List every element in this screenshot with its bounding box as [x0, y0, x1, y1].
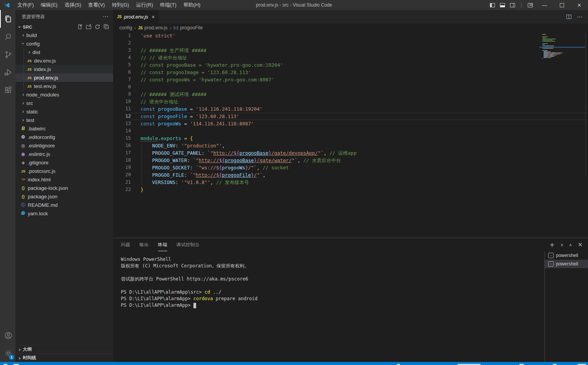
tree-item-readme-md[interactable]: ⓘREADME.md [15, 201, 113, 209]
new-terminal-icon[interactable]: + [549, 241, 554, 248]
activitybar-account[interactable] [0, 326, 15, 344]
token: , [324, 150, 329, 156]
close-button[interactable]: ✕ [571, 0, 588, 10]
close-panel-icon[interactable]: × [578, 241, 583, 248]
line-content: 'use strict' [131, 32, 588, 39]
activitybar-source-control[interactable] [0, 46, 15, 63]
section-时间线[interactable]: ›时间线 [15, 353, 113, 362]
panel-tab-终端[interactable]: 终端 [158, 238, 167, 251]
line-content: VERSIONS: '"V1.0.8"', // 发布版本号 [131, 179, 588, 186]
token: } [254, 157, 257, 163]
editor-group: JS prod.env.js × ⋯ config›JSprod.env.js›… [113, 10, 588, 362]
token: /gate/devopsApp/ [271, 150, 318, 156]
panel-tab-调试控制台[interactable]: 调试控制台 [176, 238, 200, 251]
code-editor[interactable]: 1'use strict'23// ###### 生产环境 #####4// /… [113, 32, 588, 238]
breadcrumb-item-progoofile[interactable]: progooFile [173, 25, 203, 30]
line-content [131, 83, 588, 91]
toggle-panel-icon[interactable] [500, 3, 505, 7]
line-content: const progooWs = '114.116.241.118:8087' [131, 120, 588, 127]
menu-item-终端-t[interactable]: 终端(T) [156, 0, 180, 10]
tree-item-eslintrc-js[interactable]: ◉.eslintrc.js [15, 150, 113, 158]
status-bar[interactable] [0, 362, 588, 365]
tree-item-babelrc[interactable]: B.babelrc [15, 124, 113, 133]
code-lines: 1'use strict'23// ###### 生产环境 #####4// /… [113, 32, 588, 193]
minimap[interactable] [542, 34, 576, 59]
minimap-line [542, 34, 576, 35]
panel-tab-输出[interactable]: 输出 [139, 238, 149, 251]
tree-item-config[interactable]: ›config [15, 39, 113, 48]
tree-item-prod-env-js[interactable]: JSprod.env.js [15, 73, 113, 82]
tree-item-label: index.html [28, 177, 51, 182]
menu-item-查看-v[interactable]: 查看(V) [85, 0, 108, 10]
split-editor-icon[interactable] [566, 15, 571, 19]
menu-item-帮助-h[interactable]: 帮助(H) [180, 0, 204, 10]
menu-item-编辑-e[interactable]: 编辑(E) [37, 0, 61, 10]
tree-item-dev-env-js[interactable]: JSdev.env.js [15, 56, 113, 65]
tree-item-label: .gitignore [28, 160, 48, 166]
tree-item-editorconfig[interactable]: ⚙.editorconfig [15, 133, 113, 141]
activitybar-explorer[interactable] [0, 10, 15, 28]
new-file-icon[interactable] [77, 24, 83, 30]
editor-more-icon[interactable]: ⋯ [577, 14, 583, 20]
close-tab-icon[interactable]: × [152, 14, 155, 20]
token: '114.116.241.118:8087' [190, 121, 254, 127]
tree-item-test-env-js[interactable]: JStest.env.js [15, 82, 113, 90]
terminal-list-item[interactable]: ›powershell [545, 260, 588, 268]
chevron-right-icon: › [26, 49, 32, 55]
main-area: 1 资源管理器 ⋯ › SRC ›build›config›distJSdev.… [0, 10, 588, 362]
chevron-right-icon: › [20, 100, 26, 106]
activitybar-search[interactable] [0, 28, 15, 46]
section-大纲[interactable]: ›大纲 [15, 345, 113, 353]
terminal-output[interactable]: Windows PowerShell版权所有 (C) Microsoft Cor… [113, 251, 544, 362]
token: // const progooBase = 'hywater.pro-goo.c… [141, 62, 283, 68]
refresh-icon[interactable] [95, 24, 100, 30]
tree-item-index-js[interactable]: JSindex.js [15, 65, 113, 73]
maximize-button[interactable] [553, 0, 571, 10]
tree-item-src[interactable]: ›src [15, 99, 113, 107]
menu-item-文件-f[interactable]: 文件(F) [14, 0, 37, 10]
customize-layout-icon[interactable] [528, 3, 533, 7]
collapse-all-icon[interactable] [103, 24, 109, 30]
scrollbar[interactable] [585, 33, 586, 176]
token: PS D:\LI\allAPP\alarmApp\src> [121, 289, 205, 295]
terminal-picker-chevron-icon[interactable]: ∨ [561, 243, 563, 247]
panel-tab-问题[interactable]: 问题 [121, 238, 130, 251]
minimize-button[interactable]: — [536, 0, 553, 10]
activitybar-run-debug[interactable] [0, 63, 15, 81]
toggle-sidebar-icon[interactable] [490, 3, 495, 7]
tree-item-static[interactable]: ›static [15, 107, 113, 116]
line-content: NODE_ENV: '"production"', [131, 142, 588, 149]
toggle-secondary-sidebar-icon[interactable] [510, 3, 515, 7]
line-number: 21 [113, 179, 131, 186]
explorer-section-header[interactable]: › SRC [15, 23, 113, 31]
activitybar-settings[interactable]: 1 [0, 344, 15, 362]
new-folder-icon[interactable] [86, 24, 92, 30]
token: const [141, 106, 158, 112]
tree-item-dist[interactable]: ›dist [15, 48, 113, 56]
tree-item-test[interactable]: ›test [15, 116, 113, 124]
token: { [190, 135, 193, 141]
tree-item-index-html[interactable]: <>index.html [15, 175, 113, 184]
sidebar-more-icon[interactable]: ⋯ [103, 13, 108, 20]
tree-item-build[interactable]: ›build [15, 31, 113, 39]
tree-item-postcssrc-js[interactable]: JS.postcssrc.js [15, 167, 113, 175]
menu-item-运行-r[interactable]: 运行(R) [132, 0, 156, 10]
tree-item-node-modules[interactable]: ›node_modules [15, 90, 113, 99]
token: = [187, 106, 196, 112]
tree-item-package-json[interactable]: {}package.json [15, 192, 113, 201]
token: "` [257, 172, 263, 178]
tree-item-yarn-lock[interactable]: yarn.lock [15, 209, 113, 218]
tree-item-eslintignore[interactable]: ◎.eslintignore [15, 141, 113, 150]
js-file-icon: JS [117, 15, 122, 19]
tab-prod-env-js[interactable]: JS prod.env.js × [113, 10, 159, 24]
breadcrumb-item-prod-env-js[interactable]: JSprod.env.js [138, 25, 168, 30]
menu-item-转到-g[interactable]: 转到(G) [108, 0, 133, 10]
token: // const progooWs = 'hywater.pro-goo.com… [141, 77, 274, 83]
tree-item-package-lock-json[interactable]: {}package-lock.json [15, 184, 113, 192]
terminal-list-item[interactable]: ›powershell [545, 251, 588, 260]
menu-item-选择-s[interactable]: 选择(S) [61, 0, 85, 10]
maximize-panel-icon[interactable]: ∧ [569, 243, 572, 247]
activitybar-extensions[interactable] [0, 81, 15, 99]
tree-item-gitignore[interactable]: ◆.gitignore [15, 158, 113, 167]
breadcrumb-item-config[interactable]: config [119, 25, 132, 30]
